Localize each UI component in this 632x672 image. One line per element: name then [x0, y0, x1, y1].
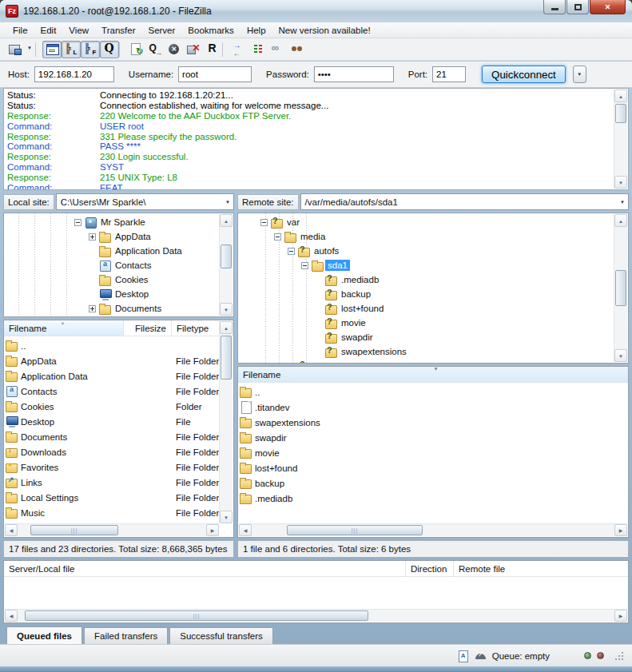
file-row[interactable]: ..	[239, 384, 627, 400]
tree-expander-icon[interactable]	[274, 233, 281, 241]
toolbar-button[interactable]	[62, 41, 81, 58]
tree-expander-icon[interactable]	[288, 248, 295, 255]
file-row[interactable]: Cookies Folder	[5, 399, 219, 414]
local-list-horizontal-scrollbar[interactable]: ◀ ||| ▶	[5, 523, 219, 536]
host-input[interactable]	[34, 66, 114, 82]
column-header-direction[interactable]: Direction	[405, 561, 453, 576]
toolbar-button[interactable]	[119, 41, 126, 58]
file-row[interactable]: swapdir	[239, 430, 627, 445]
toolbar-button[interactable]	[35, 41, 42, 58]
toolbar-button[interactable]	[81, 41, 100, 58]
scroll-right-icon[interactable]: ▶	[614, 610, 627, 622]
toolbar-button[interactable]	[145, 41, 165, 58]
tree-node[interactable]: AppData	[4, 229, 233, 244]
file-row[interactable]: Downloads File Folder	[5, 444, 219, 459]
queue-tab[interactable]: Failed transfers	[84, 627, 168, 644]
scroll-left-icon[interactable]: ◀	[5, 524, 18, 536]
menu-item[interactable]: View	[62, 24, 95, 37]
scrollbar-thumb[interactable]	[221, 245, 232, 268]
tree-node[interactable]: Cookies	[4, 272, 233, 287]
scroll-up-icon[interactable]: ▲	[220, 214, 233, 227]
tree-node[interactable]: Documents	[4, 301, 233, 316]
remote-tree-scrollbar[interactable]: ▲ ▼	[614, 214, 627, 362]
toolbar-button[interactable]	[268, 41, 287, 58]
menu-item[interactable]: File	[6, 24, 34, 37]
queue-tab[interactable]: Successful transfers	[169, 627, 273, 644]
toolbar-button[interactable]	[248, 41, 268, 58]
local-site-combobox[interactable]: C:\Users\Mr Sparkle\ ▼	[56, 193, 234, 210]
file-row[interactable]: movie	[239, 445, 627, 460]
menu-item[interactable]: Transfer	[95, 24, 141, 37]
tree-node[interactable]: backup	[238, 287, 628, 301]
scroll-down-icon[interactable]: ▼	[220, 511, 233, 523]
file-row[interactable]: ..	[5, 338, 219, 353]
scroll-right-icon[interactable]: ▶	[206, 524, 219, 536]
port-input[interactable]	[432, 66, 466, 82]
tree-expander-icon[interactable]	[301, 262, 308, 269]
toolbar-button[interactable]	[229, 41, 248, 58]
file-row[interactable]: .mediadb	[239, 491, 627, 506]
tree-expander-icon[interactable]	[89, 305, 96, 312]
file-row[interactable]: swapextensions	[239, 415, 627, 430]
tree-node[interactable]: .mediadb	[238, 272, 628, 287]
quickconnect-dropdown-button[interactable]: ▼	[573, 66, 586, 83]
toolbar-button[interactable]	[287, 41, 306, 58]
file-row[interactable]: .titandev	[239, 400, 627, 415]
menu-item[interactable]: New version available!	[272, 24, 377, 37]
file-row[interactable]: lost+found	[239, 460, 627, 475]
tree-node[interactable]: Application Data	[4, 244, 233, 258]
tree-node[interactable]: var	[238, 215, 628, 229]
tree-node[interactable]: Downloads	[4, 316, 233, 317]
password-input[interactable]	[314, 66, 394, 82]
close-button[interactable]: ✕	[590, 0, 626, 14]
file-row[interactable]: Desktop File	[5, 414, 219, 429]
file-row[interactable]: Favorites File Folder	[5, 459, 219, 475]
scroll-up-icon[interactable]: ▲	[614, 214, 627, 227]
maximize-button[interactable]	[566, 0, 589, 14]
column-header-filename[interactable]: Filename ▲	[4, 320, 124, 336]
column-header-filesize[interactable]: Filesize	[124, 320, 172, 336]
scrollbar-thumb[interactable]	[615, 270, 626, 306]
tree-node[interactable]: swapextensions	[238, 344, 628, 359]
transfer-type-icon[interactable]	[457, 650, 469, 662]
tree-node[interactable]: dvd	[238, 359, 628, 364]
tree-node[interactable]: lost+found	[238, 301, 628, 316]
speed-limit-icon[interactable]	[475, 650, 487, 662]
scroll-up-icon[interactable]: ▲	[220, 321, 233, 334]
queue-horizontal-scrollbar[interactable]: ◀ ||| ▶	[5, 609, 627, 622]
scroll-right-icon[interactable]: ▶	[614, 524, 627, 536]
file-row[interactable]: backup	[239, 475, 627, 491]
toolbar-button[interactable]	[100, 41, 119, 58]
column-header-server-local-file[interactable]: Server/Local file	[4, 561, 405, 576]
tree-expander-icon[interactable]	[74, 219, 81, 226]
remote-list-horizontal-scrollbar[interactable]: ◀ ||| ▶	[239, 523, 627, 536]
scroll-up-icon[interactable]: ▲	[614, 89, 627, 102]
username-input[interactable]	[178, 66, 252, 82]
tree-node[interactable]: movie	[238, 316, 628, 330]
toolbar-button[interactable]	[42, 41, 62, 58]
tree-node[interactable]: autofs	[238, 244, 628, 258]
file-row[interactable]: Documents File Folder	[5, 429, 219, 444]
local-list-vertical-scrollbar[interactable]: ▲ ▼	[219, 321, 233, 523]
tree-node[interactable]: swapdir	[238, 330, 628, 344]
file-row[interactable]: Music File Folder	[5, 505, 219, 520]
file-row[interactable]: Contacts File Folder	[5, 384, 219, 399]
menu-item[interactable]: Bookmarks	[181, 24, 240, 37]
scroll-left-icon[interactable]: ◀	[5, 610, 18, 622]
column-header-filename[interactable]: Filename	[238, 367, 628, 382]
resize-grip[interactable]	[614, 651, 624, 661]
toolbar-button[interactable]	[222, 41, 229, 58]
toolbar-button[interactable]	[5, 41, 24, 58]
toolbar-button[interactable]	[184, 41, 203, 58]
scroll-down-icon[interactable]: ▼	[614, 176, 627, 189]
scroll-down-icon[interactable]: ▼	[614, 349, 627, 362]
menu-item[interactable]: Help	[240, 24, 272, 37]
column-header-remote-file[interactable]: Remote file	[453, 561, 628, 576]
menu-item[interactable]: Edit	[34, 24, 63, 37]
file-row[interactable]: Local Settings File Folder	[5, 490, 219, 505]
quickconnect-button[interactable]: Quickconnect	[482, 66, 566, 83]
log-vertical-scrollbar[interactable]: ▲ ▼	[614, 89, 627, 189]
scrollbar-thumb[interactable]	[615, 104, 626, 123]
scrollbar-thumb[interactable]	[221, 336, 232, 380]
menu-item[interactable]: Server	[141, 24, 181, 37]
